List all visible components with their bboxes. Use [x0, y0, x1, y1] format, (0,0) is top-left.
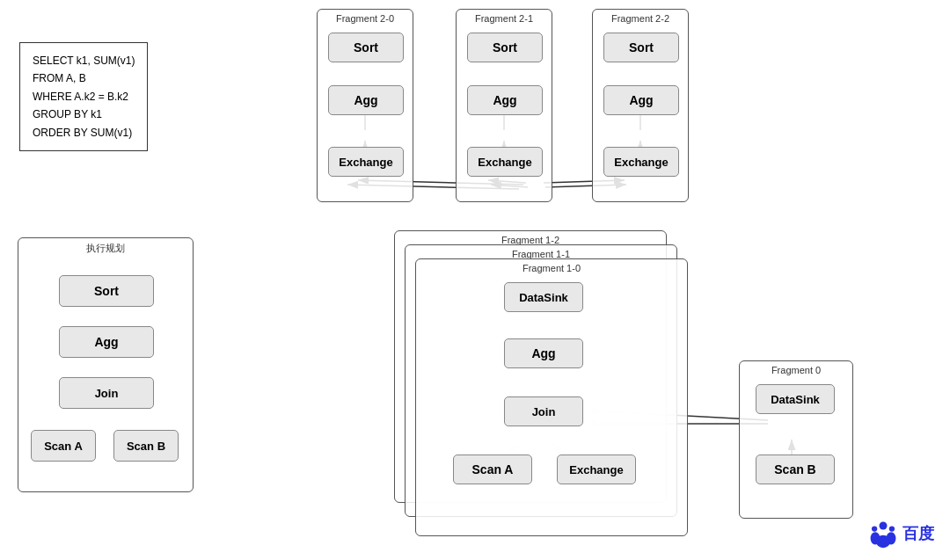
frag10-join-node: Join [504, 396, 583, 426]
frag0-scan-b-node: Scan B [756, 455, 835, 484]
frag21-agg-node: Agg [467, 85, 543, 115]
fragment-0: Fragment 0 DataSink Scan B [739, 360, 853, 519]
frag10-datasink-node: DataSink [504, 282, 583, 312]
fragment-2-1: Fragment 2-1 Sort Agg Exchange [456, 9, 552, 202]
exec-agg-node: Agg [59, 326, 154, 358]
fragment-2-2: Fragment 2-2 Sort Agg Exchange [592, 9, 689, 202]
frag20-exchange-node: Exchange [328, 147, 404, 177]
exec-plan-label: 执行规划 [18, 242, 193, 255]
fragment-2-2-label: Fragment 2-2 [593, 13, 688, 24]
svg-point-28 [876, 535, 890, 548]
fragment-2-0-label: Fragment 2-0 [318, 13, 413, 24]
sql-line-5: ORDER BY SUM(v1) [33, 124, 135, 142]
baidu-logo: 百度 [867, 518, 934, 549]
exec-plan-box: 执行规划 Sort Agg Join Scan A Scan B [18, 237, 194, 492]
fragment-0-label: Fragment 0 [740, 365, 852, 375]
baidu-text: 百度 [902, 523, 934, 544]
frag20-sort-node: Sort [328, 33, 404, 62]
sql-line-2: FROM A, B [33, 69, 135, 87]
exec-join-node: Join [59, 377, 154, 409]
exec-sort-node: Sort [59, 275, 154, 307]
fragment-2-0: Fragment 2-0 Sort Agg Exchange [317, 9, 413, 202]
frag0-datasink-node: DataSink [756, 384, 835, 414]
frag22-agg-node: Agg [603, 85, 679, 115]
frag21-sort-node: Sort [467, 33, 543, 62]
fragment-1-0-label: Fragment 1-0 [416, 263, 687, 273]
sql-line-1: SELECT k1, SUM(v1) [33, 52, 135, 69]
frag20-agg-node: Agg [328, 85, 404, 115]
fragment-2-1-label: Fragment 2-1 [457, 13, 552, 24]
frag21-exchange-node: Exchange [467, 147, 543, 177]
exec-scan-a-node: Scan A [31, 430, 96, 462]
sql-line-4: GROUP BY k1 [33, 105, 135, 123]
exec-scan-b-node: Scan B [113, 430, 179, 462]
svg-point-29 [872, 526, 877, 531]
frag22-exchange-node: Exchange [603, 147, 679, 177]
svg-point-30 [889, 526, 895, 531]
frag10-exchange-node: Exchange [557, 455, 636, 484]
frag10-scan-a-node: Scan A [453, 455, 532, 484]
sql-line-3: WHERE A.k2 = B.k2 [33, 88, 135, 105]
sql-box: SELECT k1, SUM(v1) FROM A, B WHERE A.k2 … [19, 42, 148, 151]
fragment-1-0: Fragment 1-0 DataSink Agg Join Scan A Ex… [415, 258, 688, 536]
frag10-agg-node: Agg [504, 338, 583, 368]
svg-point-25 [880, 522, 888, 530]
frag22-sort-node: Sort [603, 33, 679, 62]
baidu-icon [867, 518, 899, 549]
